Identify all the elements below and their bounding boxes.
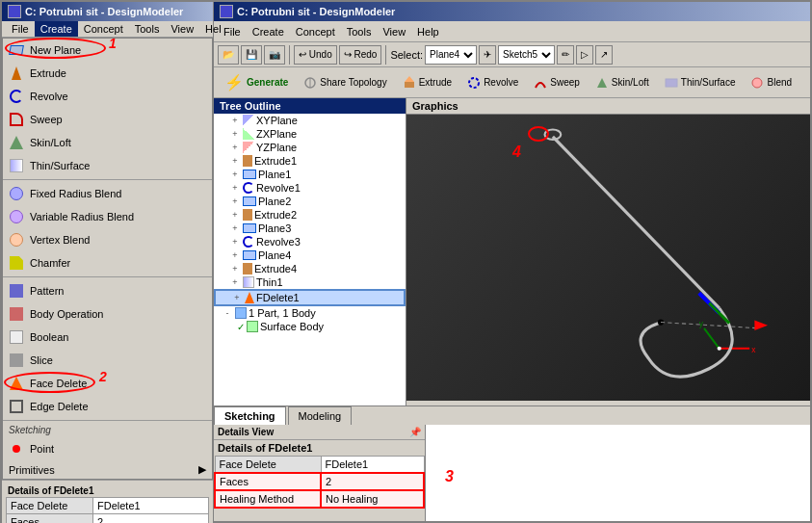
- menu-item-sweep[interactable]: Sweep: [3, 108, 212, 131]
- generate-label: Generate: [247, 77, 288, 88]
- right-menu-concept[interactable]: Concept: [290, 24, 341, 39]
- details-row-faces: Faces 2: [215, 473, 424, 490]
- tabs-content: Details View 📌 Details of FDelete1 Face …: [214, 425, 810, 521]
- tree-item-yzplane[interactable]: + YZPlane: [214, 141, 406, 154]
- tb-sketch-btn[interactable]: ✏: [557, 45, 574, 65]
- menu-item-fixedblend[interactable]: Fixed Radius Blend: [3, 182, 212, 205]
- revolve3-icon: [243, 236, 254, 248]
- tree-item-plane3[interactable]: + Plane3: [214, 222, 406, 235]
- tab-sketching[interactable]: Sketching: [214, 406, 286, 425]
- tb-redo-btn[interactable]: ↪ Redo: [339, 45, 382, 65]
- tab-modeling[interactable]: Modeling: [288, 406, 353, 425]
- tree-item-plane1[interactable]: + Plane1: [214, 168, 406, 181]
- menu-item-skinloft[interactable]: Skin/Loft: [3, 131, 212, 154]
- tb-select1[interactable]: ▷: [576, 45, 593, 65]
- left-details-table: Face Delete FDelete1 Faces 2 Healing Met…: [6, 497, 209, 523]
- tree-item-revolve3[interactable]: + Revolve3: [214, 235, 406, 248]
- share-topology-icon: [303, 76, 317, 90]
- expand-xyplane: +: [229, 116, 241, 125]
- menu-item-chamfer[interactable]: Chamfer: [3, 251, 212, 275]
- tb-thinsurface-btn[interactable]: Thin/Surface: [658, 73, 743, 92]
- tb-select2[interactable]: ↗: [595, 45, 613, 65]
- menu-item-slice[interactable]: Slice: [3, 349, 212, 372]
- menu-item-facedelete[interactable]: Face Delete 2: [3, 372, 212, 395]
- tree-item-xyplane[interactable]: + XYPlane: [214, 114, 406, 127]
- tree-item-fdelete1[interactable]: + FDelete1: [214, 289, 406, 306]
- expand-thin1: +: [229, 277, 241, 287]
- menu-item-primitives[interactable]: Primitives ▶: [3, 460, 212, 479]
- tb-camera-btn[interactable]: 📷: [264, 45, 285, 65]
- menu-item-varblend[interactable]: Variable Radius Blend: [3, 205, 212, 228]
- tb-open-btn[interactable]: 📂: [218, 45, 239, 65]
- tree-item-body[interactable]: - 1 Part, 1 Body: [214, 306, 406, 320]
- graphics-canvas[interactable]: x y: [406, 115, 810, 401]
- menu-item-point[interactable]: Point: [3, 437, 212, 460]
- menu-item-bodyop[interactable]: Body Operation: [3, 302, 212, 326]
- tb-skinloft-btn[interactable]: Skin/Loft: [589, 73, 656, 92]
- tree-item-plane2[interactable]: + Plane2: [214, 195, 406, 208]
- expand-extrude4: +: [229, 264, 241, 274]
- tb-sweep-btn[interactable]: Sweep: [527, 73, 587, 92]
- details-view-label: Details View: [218, 427, 274, 437]
- left-details-title: Details of FDelete1: [6, 484, 209, 497]
- menu-view[interactable]: View: [165, 21, 199, 37]
- create-dropdown-menu: New Plane 1 Extrude Revolve Sweep Skin/L…: [2, 38, 213, 480]
- chamfer-icon: [9, 255, 24, 271]
- menu-create[interactable]: Create: [35, 21, 78, 37]
- details-view-pin[interactable]: 📌: [409, 427, 421, 437]
- tree-item-zxplane[interactable]: + ZXPlane: [214, 127, 406, 141]
- tree-outline-panel: Tree Outline + XYPlane + ZXPlane +: [214, 98, 406, 405]
- tb-plane-btn[interactable]: ✈: [479, 45, 496, 65]
- sketch-select[interactable]: Sketch5: [498, 45, 555, 65]
- tb-undo-btn[interactable]: ↩ ↩Undo: [294, 45, 337, 65]
- details-label-facedelete: Face Delete: [215, 457, 321, 474]
- right-menu-view[interactable]: View: [377, 24, 411, 39]
- menu-item-boolean[interactable]: Boolean: [3, 326, 212, 349]
- menu-tools[interactable]: Tools: [129, 21, 166, 37]
- left-details-label-faces: Faces: [7, 514, 93, 524]
- right-menu-help[interactable]: Help: [411, 24, 445, 39]
- tree-item-thin1[interactable]: + Thin1: [214, 275, 406, 289]
- right-menu-create[interactable]: Create: [247, 24, 290, 39]
- tb-generate-btn[interactable]: ⚡ Generate: [218, 70, 295, 94]
- expand-revolve1: +: [229, 183, 241, 193]
- menu-item-extrude[interactable]: Extrude: [3, 62, 212, 85]
- right-window-title: C: Potrubni sit - DesignModeler: [237, 6, 395, 17]
- plane-select[interactable]: Plane4: [425, 45, 477, 65]
- tb-extrude-btn[interactable]: Extrude: [396, 73, 458, 92]
- tree-item-surfacebody[interactable]: ✓ Surface Body: [214, 320, 406, 333]
- tree-item-extrude4[interactable]: + Extrude4: [214, 262, 406, 275]
- menu-item-vertexblend[interactable]: Vertex Blend: [3, 228, 212, 251]
- menu-item-new-plane[interactable]: New Plane 1: [3, 39, 212, 62]
- left-details-label-facedelete: Face Delete: [7, 498, 93, 514]
- tb-save-btn[interactable]: 💾: [241, 45, 262, 65]
- details-value-healing: No Healing: [321, 490, 424, 508]
- right-titlebar: C: Potrubni sit - DesignModeler: [214, 2, 810, 21]
- boolean-icon: [9, 329, 24, 345]
- menu-item-pattern[interactable]: Pattern: [3, 279, 212, 302]
- tb-extrude-label: Extrude: [419, 77, 452, 88]
- menu-help[interactable]: Hel: [199, 21, 227, 37]
- tree-item-extrude2[interactable]: + Extrude2: [214, 208, 406, 222]
- tb-revolve-label: Revolve: [484, 77, 518, 88]
- tb-skinloft-icon: [595, 76, 609, 90]
- menu-item-thinsurface[interactable]: Thin/Surface: [3, 154, 212, 177]
- edgedelete-icon: [9, 399, 24, 414]
- tree-item-extrude1[interactable]: + Extrude1: [214, 154, 406, 168]
- menu-concept[interactable]: Concept: [78, 21, 129, 37]
- menu-item-revolve[interactable]: Revolve: [3, 85, 212, 108]
- tb-blend-btn[interactable]: Blend: [744, 73, 799, 92]
- tb-sharetopology-btn[interactable]: Share Topology: [297, 73, 393, 92]
- tb-revolve-btn[interactable]: Revolve: [460, 73, 525, 92]
- expand-yzplane: +: [229, 143, 241, 152]
- tb-revolve-icon: [467, 76, 481, 90]
- menu-file[interactable]: File: [6, 21, 35, 37]
- tree-item-plane4[interactable]: + Plane4: [214, 248, 406, 262]
- right-menu-tools[interactable]: Tools: [341, 24, 378, 39]
- tb-sweep-label: Sweep: [550, 77, 580, 88]
- sharetopology-label: Share Topology: [320, 77, 386, 88]
- menu-item-edgedelete[interactable]: Edge Delete: [3, 395, 212, 418]
- svg-point-12: [718, 347, 721, 351]
- details-title: Details of FDelete1: [214, 440, 425, 456]
- tree-item-revolve1[interactable]: + Revolve1: [214, 181, 406, 195]
